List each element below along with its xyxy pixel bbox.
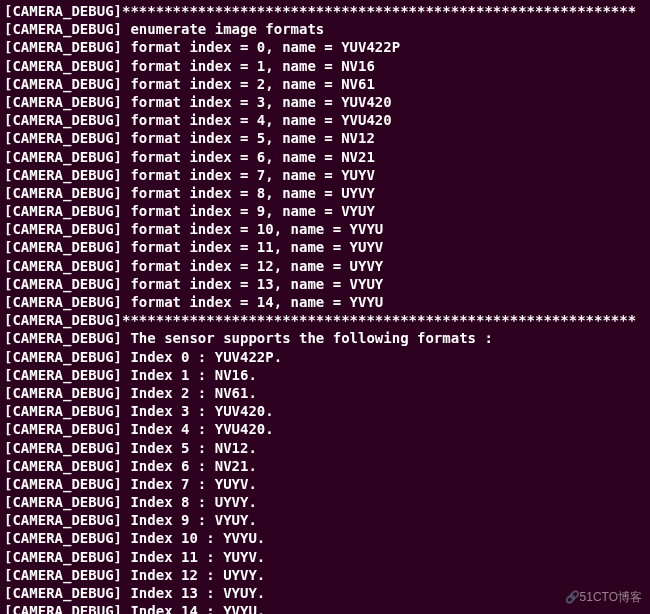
log-line: [CAMERA_DEBUG] format index = 0, name = …: [4, 38, 646, 56]
log-line: [CAMERA_DEBUG] format index = 13, name =…: [4, 275, 646, 293]
log-line: [CAMERA_DEBUG] format index = 1, name = …: [4, 57, 646, 75]
log-line: [CAMERA_DEBUG] Index 9 : VYUY.: [4, 511, 646, 529]
watermark-text: 🔗51CTO博客: [565, 590, 642, 606]
log-line: [CAMERA_DEBUG] Index 3 : YUV420.: [4, 402, 646, 420]
log-line: [CAMERA_DEBUG] Index 14 : YVYU.: [4, 602, 646, 614]
log-line: [CAMERA_DEBUG] Index 6 : NV21.: [4, 457, 646, 475]
log-line: [CAMERA_DEBUG]**************************…: [4, 2, 646, 20]
log-line: [CAMERA_DEBUG] enumerate image formats: [4, 20, 646, 38]
log-line: [CAMERA_DEBUG] format index = 10, name =…: [4, 220, 646, 238]
log-line: [CAMERA_DEBUG] Index 10 : YVYU.: [4, 529, 646, 547]
log-line: [CAMERA_DEBUG] format index = 2, name = …: [4, 75, 646, 93]
log-line: [CAMERA_DEBUG] Index 8 : UYVY.: [4, 493, 646, 511]
log-line: [CAMERA_DEBUG] Index 4 : YVU420.: [4, 420, 646, 438]
log-line: [CAMERA_DEBUG] Index 13 : VYUY.: [4, 584, 646, 602]
log-line: [CAMERA_DEBUG] Index 1 : NV16.: [4, 366, 646, 384]
log-line: [CAMERA_DEBUG] Index 0 : YUV422P.: [4, 348, 646, 366]
log-line: [CAMERA_DEBUG] format index = 12, name =…: [4, 257, 646, 275]
log-line: [CAMERA_DEBUG] format index = 14, name =…: [4, 293, 646, 311]
log-line: [CAMERA_DEBUG] format index = 6, name = …: [4, 148, 646, 166]
log-line: [CAMERA_DEBUG] Index 7 : YUYV.: [4, 475, 646, 493]
log-line: [CAMERA_DEBUG] format index = 8, name = …: [4, 184, 646, 202]
log-line: [CAMERA_DEBUG]**************************…: [4, 311, 646, 329]
log-line: [CAMERA_DEBUG] format index = 3, name = …: [4, 93, 646, 111]
log-line: [CAMERA_DEBUG] format index = 5, name = …: [4, 129, 646, 147]
log-line: [CAMERA_DEBUG] format index = 4, name = …: [4, 111, 646, 129]
log-line: [CAMERA_DEBUG] Index 2 : NV61.: [4, 384, 646, 402]
log-line: [CAMERA_DEBUG] Index 11 : YUYV.: [4, 548, 646, 566]
log-line: [CAMERA_DEBUG] Index 5 : NV12.: [4, 439, 646, 457]
terminal-output: [CAMERA_DEBUG]**************************…: [4, 2, 646, 614]
log-line: [CAMERA_DEBUG] format index = 7, name = …: [4, 166, 646, 184]
log-line: [CAMERA_DEBUG] Index 12 : UYVY.: [4, 566, 646, 584]
log-line: [CAMERA_DEBUG] The sensor supports the f…: [4, 329, 646, 347]
log-line: [CAMERA_DEBUG] format index = 11, name =…: [4, 238, 646, 256]
log-line: [CAMERA_DEBUG] format index = 9, name = …: [4, 202, 646, 220]
